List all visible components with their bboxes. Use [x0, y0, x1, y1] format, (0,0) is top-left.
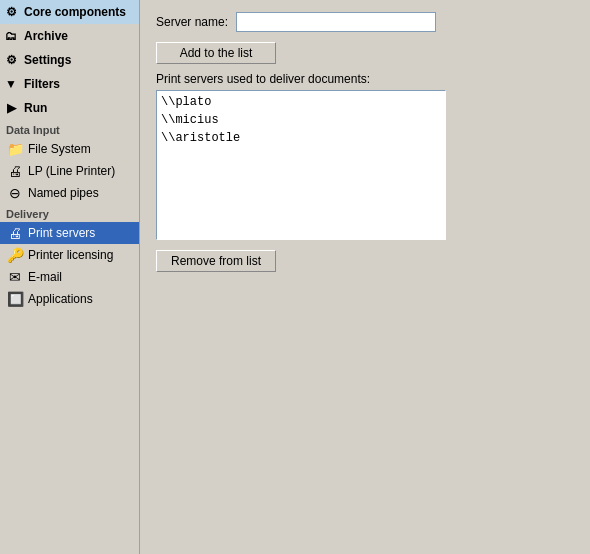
sidebar-item-label: File System [28, 142, 91, 156]
data-input-header: Data Input [0, 120, 139, 138]
main-content: Server name: Add to the list Print serve… [140, 0, 590, 554]
sidebar-item-print-servers[interactable]: 🖨 Print servers [0, 222, 139, 244]
sidebar-item-label: Archive [24, 29, 68, 43]
email-icon: ✉ [6, 268, 24, 286]
server-name-row: Server name: [156, 12, 574, 32]
sidebar-item-label: E-mail [28, 270, 62, 284]
sidebar-item-label: Settings [24, 53, 71, 67]
sidebar-item-run[interactable]: ▶ Run [0, 96, 139, 120]
server-name-label: Server name: [156, 15, 228, 29]
list-description-label: Print servers used to deliver documents: [156, 72, 574, 86]
run-icon: ▶ [2, 99, 20, 117]
sidebar-item-archive[interactable]: 🗂 Archive [0, 24, 139, 48]
core-components-icon: ⚙ [2, 3, 20, 21]
sidebar-item-email[interactable]: ✉ E-mail [0, 266, 139, 288]
archive-icon: 🗂 [2, 27, 20, 45]
sidebar-item-core-components[interactable]: ⚙ Core components [0, 0, 139, 24]
filter-icon: ▼ [2, 75, 20, 93]
printer-licensing-icon: 🔑 [6, 246, 24, 264]
sidebar: ⚙ Core components 🗂 Archive ⚙ Settings ▼… [0, 0, 140, 554]
file-system-icon: 📁 [6, 140, 24, 158]
server-name-input[interactable] [236, 12, 436, 32]
delivery-header: Delivery [0, 204, 139, 222]
list-item[interactable]: \\micius [161, 111, 441, 129]
sidebar-item-file-system[interactable]: 📁 File System [0, 138, 139, 160]
remove-from-list-button[interactable]: Remove from list [156, 250, 276, 272]
settings-icon: ⚙ [2, 51, 20, 69]
sidebar-item-printer-licensing[interactable]: 🔑 Printer licensing [0, 244, 139, 266]
lp-printer-icon: 🖨 [6, 162, 24, 180]
applications-icon: 🔲 [6, 290, 24, 308]
add-to-list-button[interactable]: Add to the list [156, 42, 276, 64]
sidebar-item-named-pipes[interactable]: ⊖ Named pipes [0, 182, 139, 204]
sidebar-item-label: Core components [24, 5, 126, 19]
list-item[interactable]: \\aristotle [161, 129, 441, 147]
sidebar-item-label: Run [24, 101, 47, 115]
list-item[interactable]: \\plato [161, 93, 441, 111]
print-servers-icon: 🖨 [6, 224, 24, 242]
sidebar-item-label: Named pipes [28, 186, 99, 200]
sidebar-item-label: Print servers [28, 226, 95, 240]
sidebar-item-applications[interactable]: 🔲 Applications [0, 288, 139, 310]
sidebar-item-label: Applications [28, 292, 93, 306]
sidebar-item-label: LP (Line Printer) [28, 164, 115, 178]
sidebar-item-lp-line-printer[interactable]: 🖨 LP (Line Printer) [0, 160, 139, 182]
sidebar-item-filters[interactable]: ▼ Filters [0, 72, 139, 96]
sidebar-item-label: Filters [24, 77, 60, 91]
sidebar-item-label: Printer licensing [28, 248, 113, 262]
sidebar-item-settings[interactable]: ⚙ Settings [0, 48, 139, 72]
servers-list[interactable]: \\plato \\micius \\aristotle [156, 90, 446, 240]
named-pipes-icon: ⊖ [6, 184, 24, 202]
